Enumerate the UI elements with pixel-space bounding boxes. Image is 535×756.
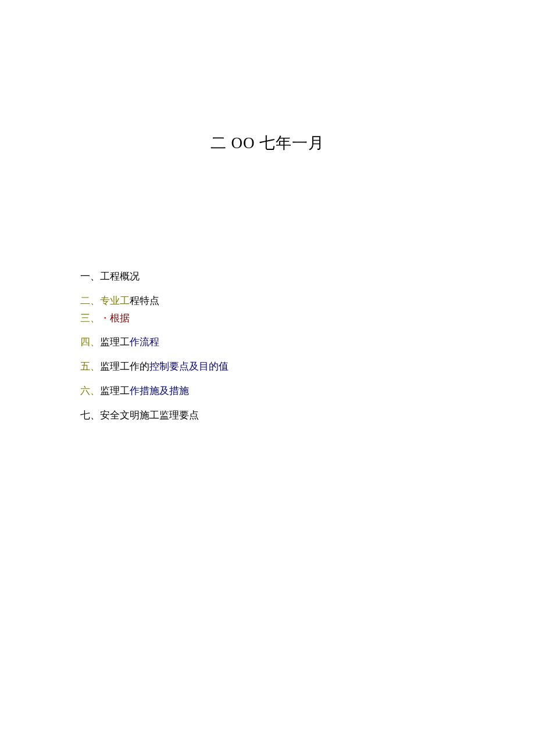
toc-text: 工程概况	[100, 271, 140, 282]
toc-text: 根据	[110, 313, 130, 324]
toc-num: 五、	[80, 361, 100, 372]
toc-text: 作措施及措施	[130, 385, 189, 396]
toc-item-7: 七、安全文明施工监理要点	[80, 409, 229, 422]
toc-text: 程特点	[130, 295, 159, 306]
toc-num: 四、	[80, 336, 100, 347]
document-title: 二 OO 七年一月	[0, 132, 535, 153]
toc-item-1: 一、工程概况	[80, 270, 229, 284]
toc-text: 安全文明施工监理要点	[100, 410, 199, 421]
toc-label: 专业工	[100, 295, 130, 306]
toc-item-3: 三、・根据	[80, 311, 229, 325]
toc-num: 二、	[80, 295, 100, 306]
toc-label: 监理工	[100, 385, 130, 396]
toc-item-6: 六、监理工作措施及措施	[80, 384, 229, 398]
toc-num: 六、	[80, 385, 100, 396]
toc-num: 三、	[80, 313, 100, 324]
toc-item-2: 二、专业工程特点	[80, 294, 229, 308]
toc-num: 一、	[80, 271, 100, 282]
toc-item-5: 五、监理工作的控制要点及目的值	[80, 360, 229, 374]
toc-label: 监理工	[100, 336, 130, 347]
toc-text: 控制要点及目的值	[149, 361, 229, 372]
toc-label: 监理工作的	[100, 361, 149, 372]
toc-num: 七、	[80, 410, 100, 421]
bullet-icon: ・	[100, 313, 110, 324]
table-of-contents: 一、工程概况 二、专业工程特点 三、・根据 四、监理工作流程 五、监理工作的控制…	[80, 270, 229, 433]
toc-text: 作流程	[130, 336, 159, 347]
toc-item-4: 四、监理工作流程	[80, 335, 229, 349]
